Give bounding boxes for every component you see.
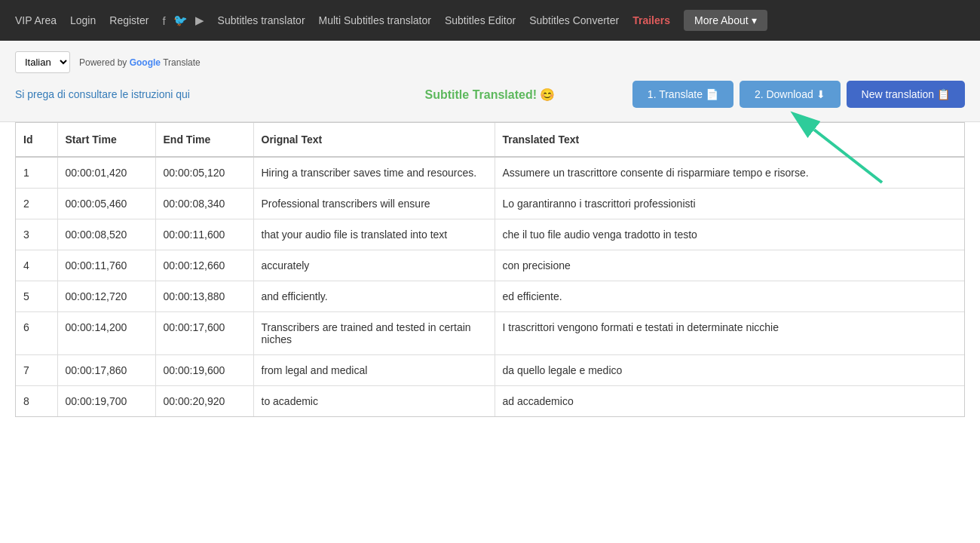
powered-by: Powered by Google Translate <box>79 57 201 68</box>
nav-subtitles-converter[interactable]: Subtitles Converter <box>529 14 619 26</box>
nav-trailers[interactable]: Trailers <box>632 14 670 26</box>
cell-translated-text: da quello legale e medico <box>495 355 964 386</box>
table-row: 6 00:00:14,200 00:00:17,600 Transcribers… <box>16 312 964 355</box>
cell-end-time: 00:00:19,600 <box>155 355 253 386</box>
action-buttons: 1. Translate 📄 2. Download ⬇ New transla… <box>632 81 965 108</box>
cell-end-time: 00:00:12,660 <box>155 250 253 281</box>
table-row: 4 00:00:11,760 00:00:12,660 accurately c… <box>16 250 964 281</box>
col-header-original-text: Orignal Text <box>253 123 495 157</box>
cell-id: 7 <box>16 355 57 386</box>
cell-start-time: 00:00:01,420 <box>57 157 155 189</box>
powered-by-suffix: Translate <box>161 57 201 68</box>
cell-start-time: 00:00:08,520 <box>57 219 155 250</box>
cell-id: 2 <box>16 189 57 219</box>
cell-translated-text: Assumere un trascrittore consente di ris… <box>495 157 964 189</box>
table-body: 1 00:00:01,420 00:00:05,120 Hiring a tra… <box>16 157 964 416</box>
cell-end-time: 00:00:17,600 <box>155 312 253 355</box>
instructions-link[interactable]: Si prega di consultare le istruzioni qui <box>15 88 190 100</box>
cell-original-text: Professional transcribers will ensure <box>253 189 495 219</box>
cell-start-time: 00:00:14,200 <box>57 312 155 355</box>
table-wrapper[interactable]: Id Start Time End Time Orignal Text Tran… <box>15 122 965 417</box>
nav-multi-subtitles-translator[interactable]: Multi Subtitles translator <box>319 14 431 26</box>
cell-original-text: and efficiently. <box>253 281 495 312</box>
subtitle-translated-label: Subtitle Translated! 😊 <box>425 87 556 102</box>
cell-translated-text: che il tuo file audio venga tradotto in … <box>495 219 964 250</box>
subtitle-table: Id Start Time End Time Orignal Text Tran… <box>16 123 964 416</box>
nav-vip-area[interactable]: VIP Area <box>15 14 57 26</box>
cell-start-time: 00:00:17,860 <box>57 355 155 386</box>
nav-social-icons: f 🐦 ▶ <box>162 14 204 27</box>
toolbar-top: Italian Powered by Google Translate <box>15 51 965 73</box>
youtube-icon[interactable]: ▶ <box>195 14 204 27</box>
table-section: Id Start Time End Time Orignal Text Tran… <box>0 122 980 417</box>
cell-id: 4 <box>16 250 57 281</box>
col-header-end-time: End Time <box>155 123 253 157</box>
cell-end-time: 00:00:05,120 <box>155 157 253 189</box>
table-row: 3 00:00:08,520 00:00:11,600 that your au… <box>16 219 964 250</box>
download-button[interactable]: 2. Download ⬇ <box>740 81 841 108</box>
powered-by-prefix: Powered by <box>79 57 130 68</box>
more-about-button[interactable]: More About ▾ <box>684 10 767 31</box>
translate-button[interactable]: 1. Translate 📄 <box>632 81 733 108</box>
cell-start-time: 00:00:12,720 <box>57 281 155 312</box>
language-select[interactable]: Italian <box>15 51 70 73</box>
cell-translated-text: ad accademico <box>495 386 964 417</box>
cell-start-time: 00:00:19,700 <box>57 386 155 417</box>
table-row: 5 00:00:12,720 00:00:13,880 and efficien… <box>16 281 964 312</box>
nav-register[interactable]: Register <box>109 14 149 26</box>
cell-id: 5 <box>16 281 57 312</box>
cell-start-time: 00:00:05,460 <box>57 189 155 219</box>
toolbar: Italian Powered by Google Translate Si p… <box>0 41 980 122</box>
cell-original-text: Transcribers are trained and tested in c… <box>253 312 495 355</box>
cell-end-time: 00:00:13,880 <box>155 281 253 312</box>
google-label: Google <box>130 57 161 68</box>
navbar: VIP Area Login Register f 🐦 ▶ Subtitles … <box>0 0 980 41</box>
cell-id: 3 <box>16 219 57 250</box>
table-row: 7 00:00:17,860 00:00:19,600 from legal a… <box>16 355 964 386</box>
table-header: Id Start Time End Time Orignal Text Tran… <box>16 123 964 157</box>
toolbar-middle-wrapper: Si prega di consultare le istruzioni qui… <box>15 81 965 108</box>
table-row: 2 00:00:05,460 00:00:08,340 Professional… <box>16 189 964 219</box>
nav-subtitles-translator[interactable]: Subtitles translator <box>218 14 305 26</box>
cell-original-text: accurately <box>253 250 495 281</box>
table-row: 1 00:00:01,420 00:00:05,120 Hiring a tra… <box>16 157 964 189</box>
cell-translated-text: I trascrittori vengono formati e testati… <box>495 312 964 355</box>
cell-translated-text: ed efficiente. <box>495 281 964 312</box>
cell-original-text: from legal and medical <box>253 355 495 386</box>
nav-login[interactable]: Login <box>70 14 96 26</box>
cell-end-time: 00:00:08,340 <box>155 189 253 219</box>
nav-subtitles-editor[interactable]: Subtitles Editor <box>445 14 516 26</box>
table-row: 8 00:00:19,700 00:00:20,920 to academic … <box>16 386 964 417</box>
twitter-icon[interactable]: 🐦 <box>173 14 188 27</box>
cell-translated-text: con precisione <box>495 250 964 281</box>
cell-original-text: to academic <box>253 386 495 417</box>
col-header-id: Id <box>16 123 57 157</box>
new-translation-button[interactable]: New translation 📋 <box>847 81 965 108</box>
cell-start-time: 00:00:11,760 <box>57 250 155 281</box>
cell-original-text: Hiring a transcriber saves time and reso… <box>253 157 495 189</box>
facebook-icon[interactable]: f <box>162 14 165 27</box>
cell-end-time: 00:00:11,600 <box>155 219 253 250</box>
col-header-translated-text: Translated Text <box>495 123 964 157</box>
cell-original-text: that your audio file is translated into … <box>253 219 495 250</box>
cell-id: 1 <box>16 157 57 189</box>
cell-id: 8 <box>16 386 57 417</box>
col-header-start-time: Start Time <box>57 123 155 157</box>
cell-translated-text: Lo garantiranno i trascrittori professio… <box>495 189 964 219</box>
cell-id: 6 <box>16 312 57 355</box>
cell-end-time: 00:00:20,920 <box>155 386 253 417</box>
